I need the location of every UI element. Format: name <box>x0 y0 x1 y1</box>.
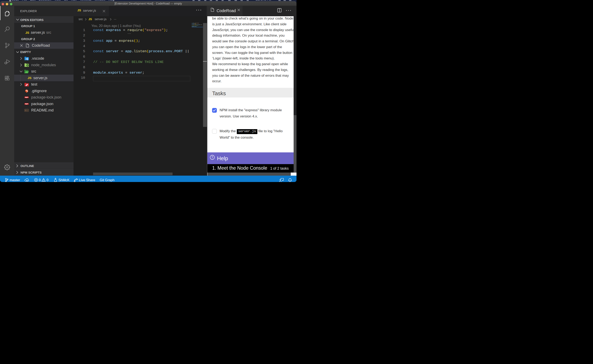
svg-text:?: ? <box>212 156 213 159</box>
svg-text:JS: JS <box>27 65 28 66</box>
